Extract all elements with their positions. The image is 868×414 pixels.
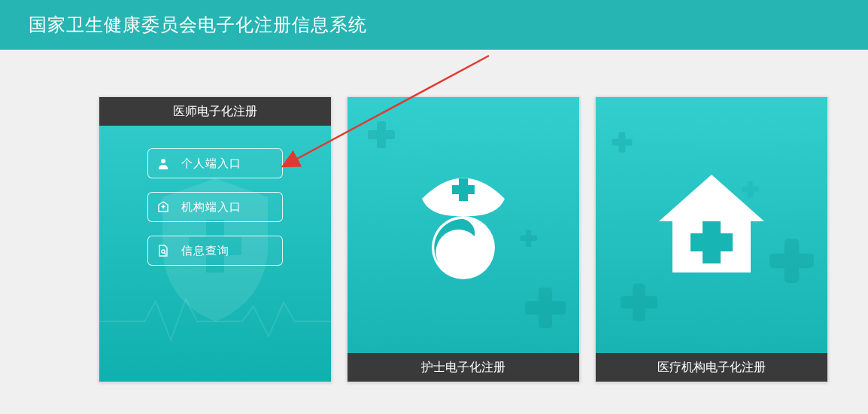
org-entry-label: 机构端入口 — [178, 200, 282, 215]
person-icon — [148, 157, 178, 169]
card-nurse-title: 护士电子化注册 — [348, 353, 579, 382]
svg-rect-6 — [368, 130, 395, 139]
svg-rect-8 — [525, 301, 566, 315]
plus-icon — [611, 131, 633, 154]
card-institution-title: 医疗机构电子化注册 — [596, 353, 827, 382]
personal-entry-label: 个人端入口 — [178, 157, 282, 171]
plus-icon — [741, 180, 760, 199]
search-doc-icon — [148, 245, 178, 257]
card-institution-graphic — [596, 97, 827, 353]
page-title: 国家卫生健康委员会电子化注册信息系统 — [29, 13, 367, 37]
org-entry-button[interactable]: 机构端入口 — [147, 192, 283, 222]
svg-point-3 — [162, 250, 165, 253]
svg-rect-19 — [769, 254, 814, 269]
card-nurse-graphic — [348, 97, 579, 353]
cards-row: 医师电子化注册 个人端入口 — [99, 96, 828, 382]
svg-rect-23 — [690, 233, 733, 251]
plus-icon — [767, 236, 816, 285]
card-doctor-title: 医师电子化注册 — [99, 97, 331, 126]
svg-rect-21 — [742, 187, 759, 193]
card-institution[interactable]: 医疗机构电子化注册 — [595, 96, 828, 382]
svg-rect-17 — [621, 296, 658, 309]
card-nurse[interactable]: 护士电子化注册 — [347, 96, 580, 382]
nurse-icon — [407, 165, 520, 285]
svg-rect-12 — [452, 185, 475, 194]
card-doctor: 医师电子化注册 个人端入口 — [99, 96, 332, 382]
card-doctor-body: 个人端入口 机构端入口 — [99, 126, 331, 382]
info-query-label: 信息查询 — [178, 244, 282, 258]
info-query-button[interactable]: 信息查询 — [147, 236, 283, 266]
plus-icon — [523, 285, 568, 330]
svg-point-2 — [161, 159, 165, 163]
personal-entry-button[interactable]: 个人端入口 — [147, 148, 283, 178]
plus-icon — [366, 120, 396, 150]
heartbeat-icon — [99, 295, 332, 348]
hospital-icon — [148, 201, 178, 213]
svg-line-4 — [165, 253, 166, 254]
plus-icon — [519, 229, 538, 248]
svg-rect-10 — [520, 236, 537, 242]
header-bar: 国家卫生健康委员会电子化注册信息系统 — [0, 0, 868, 50]
plus-icon — [618, 282, 660, 323]
svg-rect-15 — [612, 139, 633, 146]
